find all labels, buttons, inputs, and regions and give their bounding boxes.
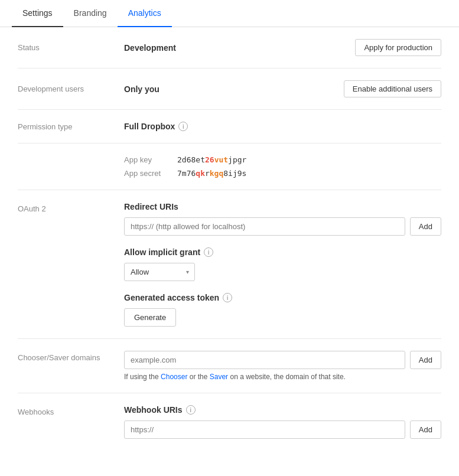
app-secret-value: 7m76qkrkgq8ij9s bbox=[177, 169, 246, 178]
permission-type-value: Full Dropbox i bbox=[124, 122, 188, 131]
main-content: Status Development Apply for production … bbox=[0, 27, 459, 454]
tabs-bar: Settings Branding Analytics bbox=[0, 0, 459, 27]
enable-additional-users-button[interactable]: Enable additional users bbox=[344, 80, 441, 97]
allow-implicit-grant-info-icon[interactable]: i bbox=[204, 247, 213, 257]
permission-type-info-icon[interactable]: i bbox=[178, 122, 188, 131]
chooser-link[interactable]: Chooser bbox=[161, 373, 187, 381]
status-value: Development bbox=[124, 43, 176, 53]
generated-token-title: Generated access token i bbox=[124, 293, 441, 302]
app-keys-body: App key 2d68et26vutjpgr App secret 7m76q… bbox=[124, 155, 441, 178]
redirect-uri-add-button[interactable]: Add bbox=[410, 217, 441, 236]
generate-token-button[interactable]: Generate bbox=[124, 308, 176, 327]
permission-type-row: Permission type Full Dropbox i bbox=[18, 110, 441, 144]
webhooks-label: Webhooks bbox=[18, 405, 124, 442]
webhook-uri-input[interactable] bbox=[124, 420, 405, 439]
chooser-add-button[interactable]: Add bbox=[410, 351, 441, 369]
app-keys-spacer bbox=[18, 155, 124, 178]
development-users-row: Development users Only you Enable additi… bbox=[18, 69, 441, 110]
tab-settings[interactable]: Settings bbox=[12, 0, 63, 27]
permission-type-label: Permission type bbox=[18, 122, 124, 131]
webhook-add-button[interactable]: Add bbox=[410, 420, 441, 439]
generated-token-info-icon[interactable]: i bbox=[223, 293, 232, 302]
tab-branding[interactable]: Branding bbox=[63, 0, 118, 27]
allow-dropdown[interactable]: Allow Disallow bbox=[124, 263, 195, 281]
tab-analytics[interactable]: Analytics bbox=[118, 0, 172, 27]
webhooks-body: Webhook URIs i Add bbox=[124, 405, 441, 442]
redirect-uri-input-row: Add bbox=[124, 217, 441, 236]
redirect-uri-input[interactable] bbox=[124, 217, 405, 236]
allow-implicit-grant-title: Allow implicit grant i bbox=[124, 247, 441, 257]
chooser-hint: If using the Chooser or the Saver on a w… bbox=[124, 373, 441, 381]
saver-link[interactable]: Saver bbox=[210, 373, 228, 381]
oauth2-body: Redirect URIs Add Allow implicit grant i… bbox=[124, 202, 441, 327]
chooser-saver-row: Chooser/Saver domains Add If using the C… bbox=[18, 339, 441, 393]
app-key-label: App key bbox=[124, 155, 177, 164]
webhooks-info-icon[interactable]: i bbox=[186, 405, 196, 415]
app-secret-label: App secret bbox=[124, 169, 177, 178]
app-key-value: 2d68et26vutjpgr bbox=[177, 155, 246, 164]
chooser-domain-input[interactable] bbox=[124, 351, 405, 369]
apply-production-button[interactable]: Apply for production bbox=[355, 39, 441, 56]
allow-dropdown-wrap: Allow Disallow ▾ bbox=[124, 263, 195, 281]
development-users-label: Development users bbox=[18, 84, 124, 93]
redirect-uris-title: Redirect URIs bbox=[124, 202, 441, 211]
oauth2-label: OAuth 2 bbox=[18, 202, 124, 327]
app-keys-row: App key 2d68et26vutjpgr App secret 7m76q… bbox=[18, 144, 441, 190]
webhooks-row: Webhooks Webhook URIs i Add bbox=[18, 393, 441, 454]
chooser-saver-label: Chooser/Saver domains bbox=[18, 351, 124, 381]
development-users-value: Only you bbox=[124, 84, 159, 94]
webhook-uri-input-row: Add bbox=[124, 420, 441, 439]
webhook-uris-title: Webhook URIs i bbox=[124, 405, 441, 415]
chooser-input-row: Add bbox=[124, 351, 441, 369]
status-label: Status bbox=[18, 43, 124, 52]
app-secret-line: App secret 7m76qkrkgq8ij9s bbox=[124, 169, 441, 178]
chooser-saver-body: Add If using the Chooser or the Saver on… bbox=[124, 351, 441, 381]
app-key-line: App key 2d68et26vutjpgr bbox=[124, 155, 441, 164]
allow-implicit-grant-section: Allow implicit grant i Allow Disallow ▾ bbox=[124, 247, 441, 281]
status-row: Status Development Apply for production bbox=[18, 27, 441, 69]
generated-token-section: Generated access token i Generate bbox=[124, 293, 441, 327]
oauth2-row: OAuth 2 Redirect URIs Add Allow implicit… bbox=[18, 190, 441, 339]
